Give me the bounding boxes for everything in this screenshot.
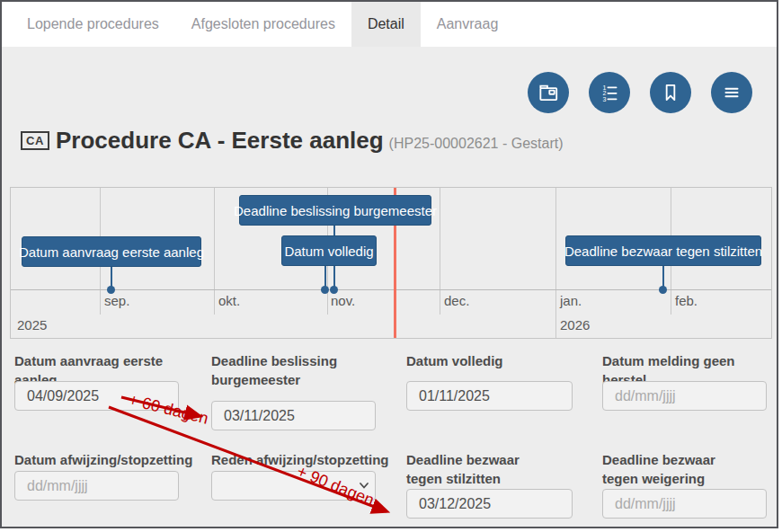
ordered-list-icon: 123	[598, 81, 621, 104]
month-label: nov.	[331, 293, 355, 308]
procedure-type-badge: CA	[21, 131, 49, 150]
tab-aanvraag[interactable]: Aanvraag	[421, 2, 515, 47]
month-label: okt.	[218, 293, 240, 308]
svg-text:3: 3	[602, 96, 606, 102]
event-dot	[107, 286, 115, 294]
month-label: jan.	[560, 293, 582, 308]
event-dot	[659, 286, 667, 294]
month-label: dec.	[444, 293, 469, 308]
tab-lopende-procedures[interactable]: Lopende procedures	[11, 2, 175, 47]
bookmark-icon	[659, 81, 682, 104]
field-label: Deadline bezwaar tegen weigering	[602, 450, 755, 488]
field-label: Datum afwijzing/stopzetting	[14, 450, 203, 469]
bookmark-button[interactable]	[650, 72, 691, 113]
field-deadline-bezwaar-stilzitten: Deadline bezwaar tegen stilzitten	[406, 450, 559, 488]
field-label: Deadline beslissing burgemeester	[211, 351, 355, 389]
field-datum-volledig: Datum volledig	[406, 351, 586, 370]
year-label: 2026	[560, 317, 590, 332]
deadline-beslissing-burgemeester-input[interactable]	[211, 401, 376, 430]
event-dot	[321, 286, 329, 294]
field-label: Datum volledig	[406, 351, 586, 370]
app-window: Lopende procedures Afgesloten procedures…	[0, 0, 778, 528]
datum-aanvraag-eerste-aanleg-input[interactable]	[14, 381, 179, 411]
datum-melding-geen-herstel-input[interactable]	[602, 381, 767, 411]
steps-button[interactable]: 123	[589, 72, 630, 113]
tab-afgesloten-procedures[interactable]: Afgesloten procedures	[175, 2, 351, 47]
year-label: 2025	[17, 317, 47, 332]
event-dot	[330, 286, 338, 294]
procedure-timeline: sep. okt. nov. dec. jan. feb. 2025 2026 …	[10, 187, 772, 339]
timeline-event-datum-aanvraag: Datum aanvraag eerste aanleg	[22, 236, 201, 267]
tab-detail[interactable]: Detail	[351, 2, 421, 47]
field-label: Reden afwijzing/stopzetting	[211, 450, 400, 469]
menu-icon	[720, 81, 743, 104]
field-label: Deadline bezwaar tegen stilzitten	[406, 450, 559, 488]
gridline-dec	[440, 188, 440, 315]
field-deadline-beslissing-burgemeester: Deadline beslissing burgemeester	[211, 351, 355, 389]
page-subtitle: (HP25-00002621 - Gestart)	[389, 136, 564, 151]
timeline-axis	[11, 289, 771, 290]
documents-button[interactable]	[528, 72, 569, 113]
field-datum-afwijzing-stopzetting: Datum afwijzing/stopzetting	[14, 450, 203, 469]
datum-volledig-input[interactable]	[406, 381, 573, 411]
timeline-event-datum-volledig: Datum volledig	[281, 235, 377, 266]
reden-afwijzing-stopzetting-select[interactable]	[211, 471, 376, 501]
deadline-bezwaar-weigering-input[interactable]	[602, 489, 767, 519]
deadline-bezwaar-stilzitten-input[interactable]	[406, 489, 573, 519]
page-title: Procedure CA - Eerste aanleg(HP25-000026…	[56, 127, 563, 155]
field-reden-afwijzing-stopzetting: Reden afwijzing/stopzetting	[211, 450, 400, 469]
menu-button[interactable]	[711, 72, 752, 113]
page-title-text: Procedure CA - Eerste aanleg	[56, 127, 384, 154]
month-label: sep.	[104, 293, 129, 308]
field-deadline-bezwaar-weigering: Deadline bezwaar tegen weigering	[602, 450, 755, 488]
timeline-event-deadline-bezwaar-stilzitten: Deadline bezwaar tegen stilzitten	[565, 235, 761, 266]
datum-afwijzing-stopzetting-input[interactable]	[14, 471, 179, 501]
month-label: feb.	[675, 293, 698, 308]
tab-bar: Lopende procedures Afgesloten procedures…	[2, 2, 777, 47]
gridline-okt	[214, 188, 215, 315]
gridline-jan	[555, 188, 556, 338]
toolbar: 123	[528, 72, 752, 113]
timeline-event-deadline-beslissing: Deadline beslissing burgemeester	[239, 195, 431, 226]
folder-icon	[537, 81, 560, 104]
